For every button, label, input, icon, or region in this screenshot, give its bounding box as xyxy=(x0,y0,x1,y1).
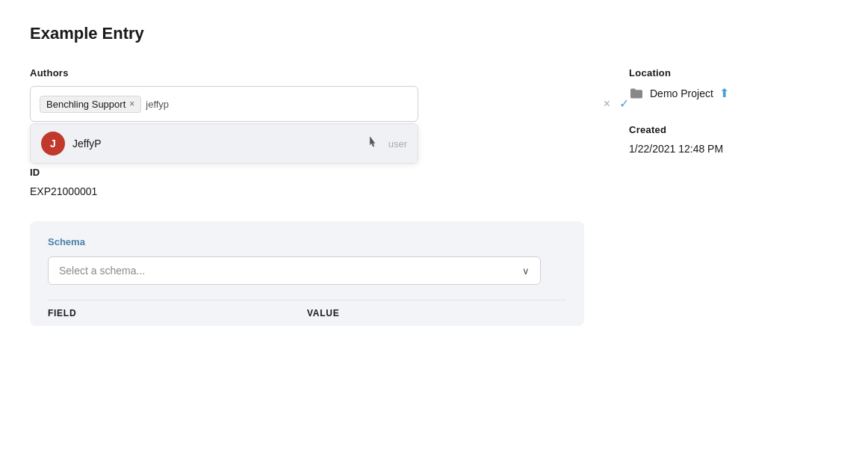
location-value: Demo Project ⬆ xyxy=(629,86,838,100)
table-header-field: FIELD xyxy=(48,308,307,318)
table-header: FIELD VALUE xyxy=(48,300,566,326)
authors-label: Authors xyxy=(30,67,584,78)
page-title: Example Entry xyxy=(30,24,838,43)
location-label: Location xyxy=(629,67,838,78)
cancel-icon[interactable]: × xyxy=(604,98,610,110)
location-name: Demo Project xyxy=(650,87,713,99)
dropdown-item[interactable]: J JeffyP user xyxy=(31,124,418,163)
authors-dropdown: J JeffyP user xyxy=(30,123,418,164)
id-value: EXP21000001 xyxy=(30,185,584,197)
input-actions: × ✓ xyxy=(604,98,629,110)
authors-input-box[interactable]: Benchling Support × xyxy=(30,86,418,122)
author-tag-remove[interactable]: × xyxy=(129,99,134,108)
author-tag-name: Benchling Support xyxy=(46,99,125,110)
table-header-value: VALUE xyxy=(307,308,339,318)
chevron-down-icon: ∨ xyxy=(522,265,530,277)
location-section: Location Demo Project ⬆ xyxy=(629,67,838,100)
author-search-input[interactable] xyxy=(146,99,271,110)
schema-label: Schema xyxy=(48,236,566,247)
id-label: ID xyxy=(30,167,584,178)
authors-section: Authors Benchling Support × × ✓ xyxy=(30,67,584,122)
created-value: 1/22/2021 12:48 PM xyxy=(629,143,838,155)
confirm-icon[interactable]: ✓ xyxy=(619,98,629,110)
user-avatar: J xyxy=(41,132,65,155)
dropdown-item-type: user xyxy=(388,138,407,150)
schema-section: Schema Select a schema... ∨ FIELD VALUE xyxy=(30,221,584,326)
schema-select[interactable]: Select a schema... ∨ xyxy=(48,256,541,285)
author-tag: Benchling Support × xyxy=(40,96,141,113)
upload-icon[interactable]: ⬆ xyxy=(719,86,729,100)
cursor-icon xyxy=(365,135,381,152)
dropdown-item-name: JeffyP xyxy=(72,138,357,150)
schema-select-placeholder: Select a schema... xyxy=(59,265,145,277)
folder-icon xyxy=(629,87,644,99)
id-section: ID EXP21000001 xyxy=(30,167,584,197)
created-section: Created 1/22/2021 12:48 PM xyxy=(629,124,838,155)
created-label: Created xyxy=(629,124,838,135)
authors-container: Benchling Support × × ✓ J JeffyP xyxy=(30,86,584,122)
